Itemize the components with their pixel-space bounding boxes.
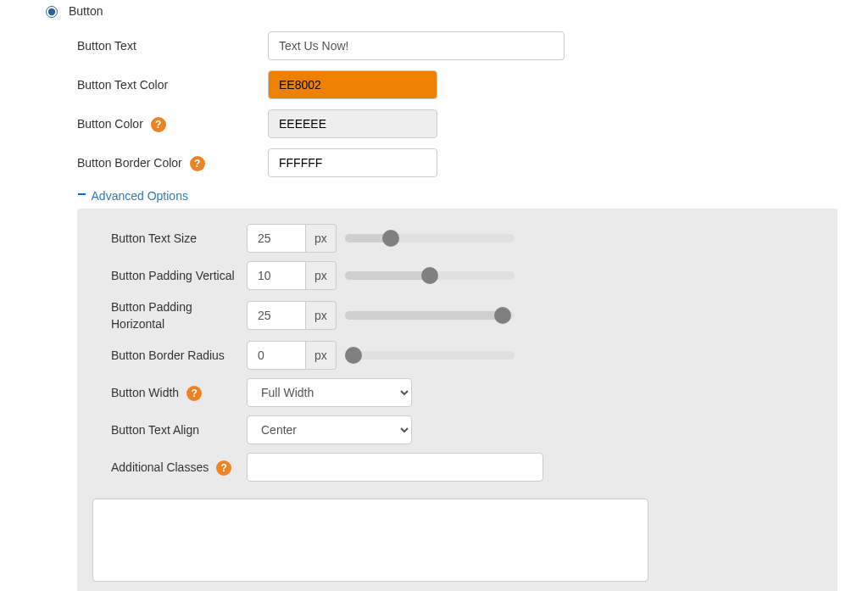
color-button-border-color[interactable]: FFFFFF xyxy=(268,148,437,177)
help-icon[interactable]: ? xyxy=(190,156,205,171)
input-border-radius[interactable] xyxy=(247,341,306,370)
textarea-html-code[interactable] xyxy=(92,499,648,582)
slider-thumb-icon[interactable] xyxy=(382,230,399,247)
label-button-text: Button Text xyxy=(77,37,268,54)
help-icon[interactable]: ? xyxy=(151,117,166,132)
radio-button-mode[interactable] xyxy=(46,6,58,18)
slider-thumb-icon[interactable] xyxy=(494,307,511,324)
advanced-options-link[interactable]: Advanced Options xyxy=(92,189,188,203)
label-button-color: Button Color ? xyxy=(77,115,268,132)
input-additional-classes[interactable] xyxy=(247,453,543,482)
label-button-border-color: Button Border Color ? xyxy=(77,154,268,171)
help-icon[interactable]: ? xyxy=(216,460,231,476)
slider-thumb-icon[interactable] xyxy=(421,267,438,284)
help-icon[interactable]: ? xyxy=(186,386,202,401)
label-button-text-size: Button Text Size xyxy=(92,230,247,247)
select-button-width[interactable]: Full Width xyxy=(247,378,412,407)
input-button-text-size[interactable] xyxy=(247,224,306,253)
label-padding-horizontal: Button Padding Horizontal xyxy=(92,298,247,332)
input-padding-horizontal[interactable] xyxy=(247,301,306,330)
label-padding-vertical: Button Padding Vertical xyxy=(92,267,247,284)
unit-px: px xyxy=(306,341,337,370)
label-button-text-color: Button Text Color xyxy=(77,76,268,93)
select-button-text-align[interactable]: Center xyxy=(247,415,412,444)
input-padding-vertical[interactable] xyxy=(247,261,306,290)
color-button-text-color[interactable]: EE8002 xyxy=(268,70,437,99)
unit-px: px xyxy=(306,301,337,330)
advanced-options-panel: Button Text Size px Button Padding Verti… xyxy=(77,209,837,591)
slider-border-radius[interactable] xyxy=(345,351,515,360)
slider-thumb-icon[interactable] xyxy=(345,347,362,364)
advanced-options-toggle[interactable]: − Advanced Options xyxy=(31,187,837,204)
label-additional-classes: Additional Classes ? xyxy=(92,459,247,476)
label-button-text-align: Button Text Align xyxy=(92,421,247,438)
label-border-radius: Button Border Radius xyxy=(92,347,247,364)
color-button-color[interactable]: EEEEEE xyxy=(268,109,437,138)
slider-button-text-size[interactable] xyxy=(345,234,515,243)
label-button-width: Button Width ? xyxy=(92,384,247,401)
slider-padding-vertical[interactable] xyxy=(345,271,515,280)
input-button-text[interactable] xyxy=(268,31,565,60)
unit-px: px xyxy=(306,261,337,290)
unit-px: px xyxy=(306,224,337,253)
collapse-icon: − xyxy=(77,186,86,204)
slider-padding-horizontal[interactable] xyxy=(345,311,515,320)
radio-button-mode-label: Button xyxy=(69,4,103,18)
